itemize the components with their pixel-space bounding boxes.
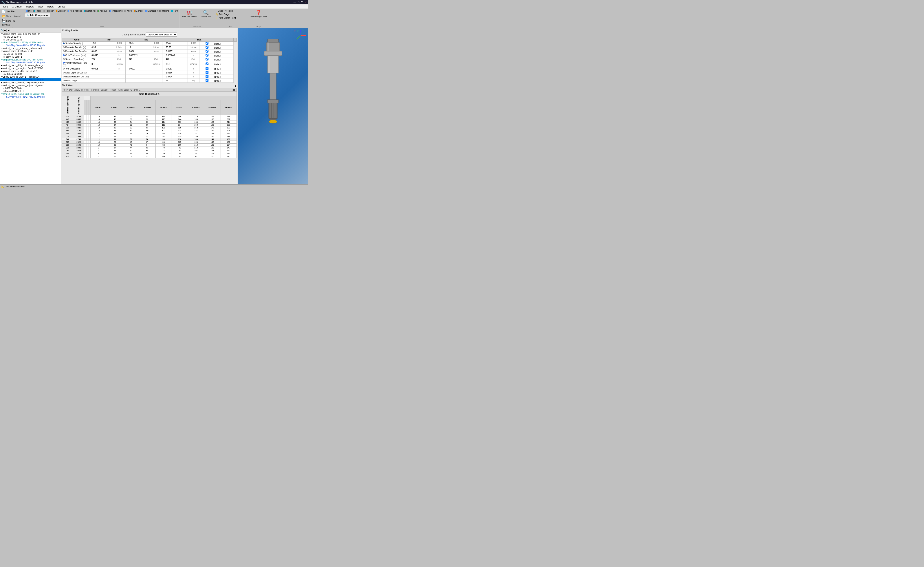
menu-import[interactable]: Import xyxy=(45,5,55,8)
verify-volume-radio[interactable] xyxy=(63,62,64,63)
redo-btn[interactable]: ↪ Redo xyxy=(224,9,234,12)
chip-mid-input[interactable] xyxy=(129,54,142,57)
help-title-btn[interactable]: ? xyxy=(301,1,303,4)
verify-chip-radio[interactable] xyxy=(63,54,64,56)
verify-deflect-radio[interactable] xyxy=(63,68,64,69)
minimize-btn[interactable]: — xyxy=(294,1,296,4)
turn-btn[interactable]: Turn xyxy=(170,9,178,12)
menu-report[interactable]: Report xyxy=(25,5,35,8)
tree-item-8[interactable]: sl-pdjnr-40-15hp_1 xyxy=(0,56,61,58)
ramp-default-cb[interactable] xyxy=(200,79,214,82)
deflect-mid-input[interactable] xyxy=(129,68,142,70)
verify-spindle-radio[interactable] xyxy=(63,42,64,44)
std-hole-making-btn[interactable]: Standard Hole Making xyxy=(144,9,170,12)
tree-item-20[interactable]: c3-srscr-22040-08_1 xyxy=(0,90,61,93)
menu-xcaliper[interactable]: X-Caliper xyxy=(10,5,24,8)
tree-item-0[interactable]: ▼vericut_demo_axial_b4 ( om_axial_b4 ) xyxy=(0,33,61,35)
feedrev-mid-input[interactable] xyxy=(129,50,142,52)
volume-default-cb[interactable] xyxy=(200,63,214,65)
tree-item-10[interactable]: SM=Alloy-Steel+4142+HRC30, M=grob xyxy=(0,61,61,64)
axial-default-cb[interactable] xyxy=(200,71,214,74)
surface-max-input[interactable] xyxy=(166,58,179,60)
axial-max-input[interactable] xyxy=(166,72,179,74)
tree-item-3[interactable]: ▼qi-nh-0400-0003-tf 1135 ( VC File: veri… xyxy=(0,41,61,44)
chip-max-input[interactable] xyxy=(166,54,179,57)
tree-item-19[interactable]: c5-391.02-32 060a xyxy=(0,87,61,90)
ramp-max-input[interactable] xyxy=(166,80,179,82)
volume-min-input[interactable] xyxy=(92,63,105,65)
deflect-default-cb[interactable] xyxy=(200,67,214,70)
search-tool-btn[interactable]: 🔍 Search Tool xyxy=(200,9,212,18)
verify-feedrev-radio[interactable] xyxy=(63,50,64,52)
tool-wear-expand[interactable]: ▲ xyxy=(234,84,237,87)
tree-item-2[interactable]: sl-qi-lh08c32-027a xyxy=(0,38,61,41)
volume-mid-input[interactable] xyxy=(129,63,142,65)
menu-view[interactable]: View xyxy=(36,5,45,8)
feedrate-mid-input[interactable] xyxy=(129,46,142,49)
save-file-btn[interactable]: 💾 Save File xyxy=(1,18,16,23)
tree-toolbar-icon-1[interactable]: 🔧 xyxy=(0,28,3,32)
probe-btn[interactable]: Probe xyxy=(33,9,42,12)
tree-item-9[interactable]: ▼dnqa15060t06625 6050 ( VC File: vericut xyxy=(0,58,61,61)
thread-mill-btn[interactable]: Thread Mill xyxy=(108,9,123,12)
dresser-btn[interactable]: Dresser xyxy=(55,9,66,12)
tool-manager-help-btn[interactable]: ❓ Tool Manager Help xyxy=(249,9,268,18)
spindle-min-input[interactable] xyxy=(92,42,105,45)
maximize-btn[interactable]: □ xyxy=(298,1,299,4)
water-jet-btn[interactable]: Water Jet xyxy=(83,9,96,12)
auto-driven-point-btn[interactable]: ⚡ Auto Driven Point xyxy=(215,16,237,20)
mill-btn[interactable]: Mill xyxy=(25,9,32,12)
tree-item-12[interactable]: ▶vericut_demo_sclcr_id ( c3-sclcr-22098-… xyxy=(0,67,61,70)
feedrev-default-cb[interactable] xyxy=(200,50,214,52)
open-file-btn[interactable]: 📂 Open xyxy=(1,14,12,18)
knife-btn[interactable]: Knife xyxy=(124,9,133,12)
tree-item-16[interactable]: SM=Alloy-Steel+4142+HRC30, M=grot xyxy=(0,78,61,81)
deflect-max-input[interactable] xyxy=(166,68,179,70)
chip-default-cb[interactable] xyxy=(200,54,214,57)
spindle-mid-input[interactable] xyxy=(129,42,142,45)
multi-tool-station-btn[interactable]: 🏭 Multi Tool Station xyxy=(181,9,198,18)
tree-item-5[interactable]: ▼vericut_demo_c_sr ( om_c_schruppen ) xyxy=(0,47,61,50)
spindle-default-cb[interactable] xyxy=(200,42,214,45)
auto-gage-btn[interactable]: 📏 Auto Gage xyxy=(215,13,230,16)
tree-toolbar-icon-2[interactable]: ▶ xyxy=(3,28,7,32)
tree-toolbar-icon-3[interactable]: ◀ xyxy=(7,28,10,32)
tree-item-18[interactable]: ▼vericut_demo_voluturn_r4 ( vericut_dem xyxy=(0,84,61,87)
cl-source-select[interactable]: VERICUT Tool Data ▼ xyxy=(146,33,177,36)
tree-item-21[interactable]: ▼rcmt 08 03 m0 2025 ( VC File: vericut_d… xyxy=(0,93,61,96)
feedrev-max-input[interactable] xyxy=(166,50,179,52)
surface-mid-input[interactable] xyxy=(129,58,142,60)
mod-expand-btn[interactable]: ⬛ xyxy=(232,88,235,91)
tree-item-15[interactable]: ▼2p342-1200-pb 1730_1 ( Profile: SOR ) xyxy=(0,75,61,78)
menu-tools[interactable]: Tools xyxy=(1,5,10,8)
feedrate-min-input[interactable] xyxy=(92,46,105,49)
close-btn[interactable]: ✕ xyxy=(304,1,307,4)
verify-surface-radio[interactable] xyxy=(63,58,64,60)
grinder-btn[interactable]: Grinder xyxy=(133,9,144,12)
radial-default-cb[interactable] xyxy=(200,75,214,78)
feedrev-min-input[interactable] xyxy=(92,50,105,52)
deflect-min-input[interactable] xyxy=(92,68,105,70)
chip-min-input[interactable] xyxy=(92,54,105,57)
hole-making-btn[interactable]: Hole Making xyxy=(67,9,83,12)
polisher-btn[interactable]: Polisher xyxy=(43,9,54,12)
save-as-btn[interactable]: Save As xyxy=(1,23,11,26)
tree-item-11[interactable]: ▶vericut_demo_drill_d10 ( vericut_demo_d xyxy=(0,64,61,67)
add-component-btn[interactable]: 🔩 Add Component xyxy=(25,13,50,17)
tree-item-22[interactable]: SM=Alloy-Steel+4142+HRC30, M=grob xyxy=(0,96,61,98)
menu-utilities[interactable]: Utilities xyxy=(56,5,67,8)
new-file-btn[interactable]: 📄 New File xyxy=(1,9,15,14)
undo-btn[interactable]: ↩ Undo xyxy=(215,9,224,12)
feedrate-default-cb[interactable] xyxy=(200,46,214,49)
volume-max-input[interactable] xyxy=(166,63,179,65)
surface-default-cb[interactable] xyxy=(200,58,214,60)
tree-item-7[interactable]: c5-570-2c_40_094 xyxy=(0,52,61,56)
verify-feedrate-radio[interactable] xyxy=(63,46,64,48)
tree-item-13[interactable]: ▶vericut_demo_sf_d12 ( om_sf_d12 ) xyxy=(0,70,61,73)
tree-item-6[interactable]: ▼vericut_demo_d_sl ( om_sl_d ) xyxy=(0,50,61,52)
recent-file-btn[interactable]: Recent xyxy=(12,15,21,18)
verify-ramp-radio[interactable] xyxy=(63,80,64,81)
feedrate-max-input[interactable] xyxy=(166,46,179,49)
verify-axial-radio[interactable] xyxy=(63,72,64,74)
tree-item-1[interactable]: c5-570-2c-32-075 xyxy=(0,35,61,38)
